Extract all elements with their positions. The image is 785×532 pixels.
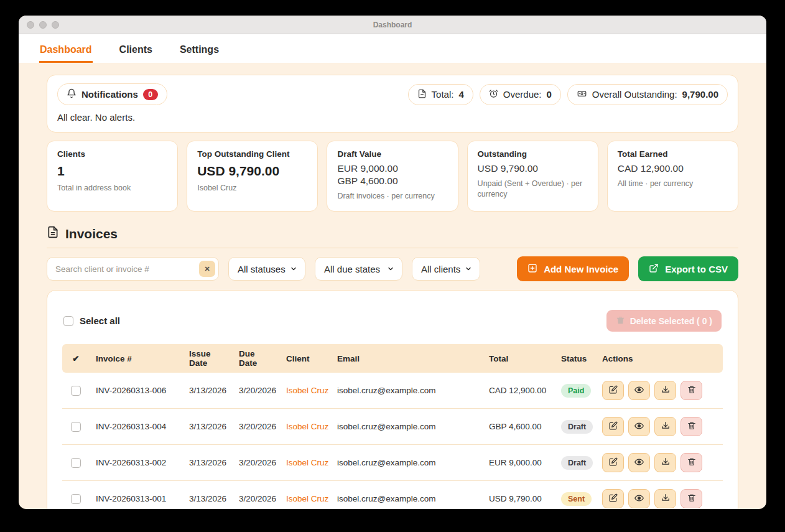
client-filter-select[interactable]: All clients bbox=[412, 257, 480, 281]
invoice-table-body: INV-20260313-006 3/13/2026 3/20/2026 Iso… bbox=[62, 373, 723, 509]
stat-card: Clients1Total in address book bbox=[47, 141, 178, 212]
notifications-count-badge: 0 bbox=[143, 89, 158, 100]
invoices-heading: Invoices bbox=[47, 226, 738, 241]
row-checkbox[interactable] bbox=[71, 458, 81, 468]
invoice-toolbar: ✕ All statuses All due states All client… bbox=[47, 256, 738, 281]
total-cell: CAD 12,900.00 bbox=[483, 373, 555, 409]
plus-square-icon bbox=[527, 263, 537, 275]
stat-value: EUR 9,000.00 bbox=[337, 162, 447, 175]
row-checkbox[interactable] bbox=[71, 386, 81, 396]
client-link[interactable]: Isobel Cruz bbox=[286, 458, 328, 467]
download-button[interactable] bbox=[654, 453, 676, 472]
due-date-cell: 3/20/2026 bbox=[233, 481, 280, 509]
delete-row-button[interactable] bbox=[680, 417, 702, 436]
stat-value: USD 9,790.00 bbox=[478, 162, 588, 175]
table-row: INV-20260313-006 3/13/2026 3/20/2026 Iso… bbox=[62, 373, 723, 409]
stat-value: GBP 4,600.00 bbox=[337, 175, 447, 187]
edit-button[interactable] bbox=[602, 489, 624, 508]
stat-subtext: All time · per currency bbox=[618, 179, 728, 189]
download-icon bbox=[661, 493, 670, 504]
view-button[interactable] bbox=[628, 453, 650, 472]
due-date-cell: 3/20/2026 bbox=[233, 409, 280, 445]
clear-search-button[interactable]: ✕ bbox=[199, 261, 215, 277]
invoice-table: ✔ Invoice # Issue Date Due Date Client E… bbox=[62, 344, 723, 509]
row-checkbox[interactable] bbox=[71, 494, 81, 504]
notifications-pill[interactable]: Notifications 0 bbox=[57, 83, 167, 105]
client-link[interactable]: Isobel Cruz bbox=[286, 422, 328, 431]
stat-subtext: Total in address book bbox=[57, 183, 167, 194]
header-email: Email bbox=[331, 344, 483, 373]
client-link[interactable]: Isobel Cruz bbox=[286, 494, 328, 503]
download-button[interactable] bbox=[654, 417, 676, 436]
zoom-button[interactable] bbox=[52, 21, 59, 29]
stats-row: Clients1Total in address bookTop Outstan… bbox=[47, 141, 738, 212]
due-date-cell: 3/20/2026 bbox=[233, 373, 280, 409]
view-button[interactable] bbox=[628, 417, 650, 436]
summary-pills: Total:4Overdue:0Overall Outstanding:9,79… bbox=[408, 84, 728, 105]
pill-label: Overall Outstanding: bbox=[592, 89, 677, 100]
view-button[interactable] bbox=[628, 489, 650, 508]
stat-value: CAD 12,900.00 bbox=[618, 162, 728, 175]
due-date-cell: 3/20/2026 bbox=[233, 445, 280, 481]
header-issue-date: Issue Date bbox=[183, 344, 233, 373]
client-link[interactable]: Isobel Cruz bbox=[286, 386, 328, 395]
tab-clients[interactable]: Clients bbox=[119, 37, 153, 63]
delete-row-button[interactable] bbox=[680, 453, 702, 472]
search-input[interactable] bbox=[47, 257, 219, 281]
stat-value: USD 9,790.00 bbox=[197, 162, 307, 179]
minimize-button[interactable] bbox=[39, 21, 47, 29]
window-controls bbox=[19, 21, 59, 29]
delete-row-button[interactable] bbox=[680, 381, 702, 400]
edit-icon bbox=[609, 385, 618, 396]
view-button[interactable] bbox=[628, 381, 650, 400]
chevron-down-icon bbox=[290, 264, 297, 274]
document-icon bbox=[417, 89, 427, 100]
pill-value: 9,790.00 bbox=[682, 89, 718, 100]
eye-icon bbox=[634, 457, 644, 469]
issue-date-cell: 3/13/2026 bbox=[183, 409, 233, 445]
email-cell: isobel.cruz@example.com bbox=[331, 409, 483, 445]
export-csv-label: Export to CSV bbox=[665, 264, 728, 274]
pill-label: Overdue: bbox=[503, 89, 542, 100]
edit-button[interactable] bbox=[602, 417, 624, 436]
email-cell: isobel.cruz@example.com bbox=[331, 373, 483, 409]
chevron-down-icon bbox=[465, 264, 472, 274]
edit-icon bbox=[609, 493, 618, 504]
tab-settings[interactable]: Settings bbox=[179, 37, 220, 63]
header-invoice: Invoice # bbox=[90, 344, 183, 373]
select-all-checkbox[interactable] bbox=[63, 316, 73, 326]
edit-button[interactable] bbox=[602, 381, 624, 400]
export-csv-button[interactable]: Export to CSV bbox=[638, 256, 738, 281]
add-invoice-button[interactable]: Add New Invoice bbox=[517, 256, 629, 281]
select-all-control[interactable]: Select all bbox=[63, 315, 120, 326]
row-checkbox[interactable] bbox=[71, 422, 81, 432]
stat-title: Clients bbox=[57, 149, 167, 159]
select-all-label: Select all bbox=[80, 315, 120, 326]
chevron-down-icon bbox=[387, 264, 394, 274]
tab-dashboard[interactable]: Dashboard bbox=[39, 37, 93, 63]
export-icon bbox=[649, 263, 659, 275]
issue-date-cell: 3/13/2026 bbox=[183, 445, 233, 481]
add-invoice-label: Add New Invoice bbox=[544, 264, 618, 274]
delete-row-button[interactable] bbox=[680, 489, 702, 508]
edit-button[interactable] bbox=[602, 453, 624, 472]
trash-icon bbox=[687, 457, 696, 468]
trash-icon bbox=[687, 493, 696, 504]
notifications-label: Notifications bbox=[81, 89, 138, 100]
app-window: Dashboard DashboardClientsSettings Notif… bbox=[19, 16, 766, 509]
close-button[interactable] bbox=[27, 21, 34, 29]
status-badge: Draft bbox=[561, 456, 593, 470]
due-state-filter-select[interactable]: All due states bbox=[315, 257, 402, 281]
stat-title: Draft Value bbox=[337, 149, 447, 159]
download-button[interactable] bbox=[654, 489, 676, 508]
status-filter-select[interactable]: All statuses bbox=[228, 257, 305, 281]
download-button[interactable] bbox=[654, 381, 676, 400]
header-total: Total bbox=[483, 344, 555, 373]
eye-icon bbox=[634, 421, 644, 432]
email-cell: isobel.cruz@example.com bbox=[331, 445, 483, 481]
delete-selected-button[interactable]: Delete Selected ( 0 ) bbox=[606, 310, 722, 332]
trash-icon bbox=[687, 385, 696, 396]
stat-card: OutstandingUSD 9,790.00Unpaid (Sent + Ov… bbox=[467, 141, 598, 212]
download-icon bbox=[661, 421, 670, 432]
total-cell: USD 9,790.00 bbox=[483, 481, 555, 509]
